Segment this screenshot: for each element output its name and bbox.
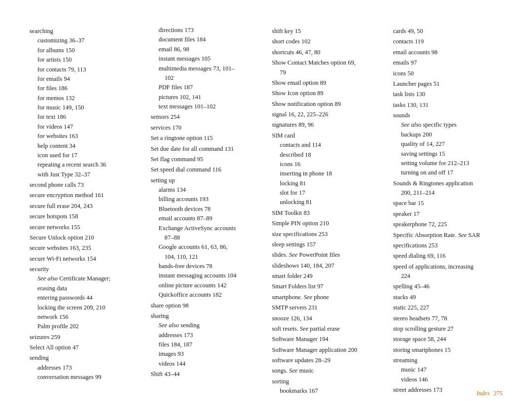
index-entry: billing accounts 193	[151, 195, 260, 204]
index-entry: secure hotspots 158	[30, 212, 139, 221]
index-entry: for emails 94	[30, 74, 139, 84]
index-entry: Launcher pages 51	[393, 79, 502, 89]
index-entry: slot for 17	[272, 188, 381, 198]
index-entry: 79	[272, 68, 381, 77]
content-columns: searchingcustomizing 36–37for albums 150…	[30, 26, 502, 396]
index-entry: icon used for 17	[30, 151, 139, 160]
index-entry: Simple PIN option 210	[272, 219, 381, 228]
index-entry: stacks 49	[393, 293, 502, 302]
index-entry: setting volume for 212–213	[393, 159, 502, 168]
index-entry: secure websites 163, 235	[30, 243, 139, 253]
index-entry: described 18	[272, 150, 381, 160]
index-entry: SIM card	[272, 131, 381, 140]
index-entry: contacts and 114	[272, 140, 381, 150]
column-col3: shift key 15short codes 102shortcuts 46,…	[272, 26, 381, 396]
index-entry: saving settings 15	[393, 149, 502, 159]
index-entry: Smart Folders list 97	[272, 282, 381, 291]
index-entry: signatures 89, 96	[272, 120, 381, 130]
index-entry: instant messaging accounts 104	[151, 271, 260, 280]
index-entry: for text 186	[30, 112, 139, 122]
index-entry: speed of applications, increasing	[393, 262, 502, 272]
index-entry: videos 146	[393, 375, 502, 384]
index-entry: second phone calls 73	[30, 180, 139, 190]
index-entry: entering passwords 44	[30, 293, 139, 303]
index-entry: turning on and off 17	[393, 168, 502, 177]
index-entry: tasks 130, 131	[393, 101, 502, 110]
index-entry: inserting in phone 18	[272, 169, 381, 178]
index-entry: Select All option 47	[30, 343, 139, 352]
index-entry: Software Manager 194	[272, 335, 381, 344]
index-entry: Quickoffice accounts 182	[151, 290, 260, 300]
index-entry: Secure Unlock option 210	[30, 233, 139, 242]
index-entry: share option 98	[151, 301, 260, 310]
index-entry: email accounts 98	[393, 48, 502, 57]
index-entry: size specifications 253	[272, 230, 381, 239]
index-entry: pictures 102, 141	[151, 93, 260, 102]
index-entry: software updates 28–29	[272, 356, 381, 365]
index-entry: addresses 173	[151, 331, 260, 340]
index-entry: with Just Type 32–37	[30, 170, 139, 179]
index-entry: Sounds & Ringtones application	[393, 179, 502, 188]
index-entry: speaker 17	[393, 209, 502, 219]
index-entry: for videos 147	[30, 122, 139, 132]
index-entry: sorting	[272, 377, 381, 386]
index-entry: snooze 126, 134	[272, 314, 381, 323]
index-entry: bookmarks 167	[272, 386, 381, 396]
index-entry: text messages 101–102	[151, 102, 260, 111]
index-entry: specifications 253	[393, 241, 502, 250]
index-entry: soft resets. See partial erase	[272, 324, 381, 334]
index-entry: smart folder 249	[272, 272, 381, 281]
index-entry: help content 34	[30, 141, 139, 151]
index-entry: space bar 15	[393, 199, 502, 208]
index-entry: Palm profile 202	[30, 322, 139, 331]
index-entry: backups 200	[393, 130, 502, 139]
index-entry: sleep settings 157	[272, 240, 381, 249]
index-entry: emails 97	[393, 58, 502, 68]
index-entry: See also Certificate Manager;	[30, 274, 139, 283]
index-entry: Show Icon option 89	[272, 89, 381, 98]
index-entry: 224	[393, 272, 502, 281]
index-entry: addresses 173	[30, 363, 139, 373]
index-entry: smartphone. See phone	[272, 293, 381, 302]
index-entry: sending	[30, 353, 139, 363]
column-col2: directions 173document files 184email 86…	[151, 26, 260, 379]
index-entry: Show email option 89	[272, 78, 381, 88]
index-entry: icons 16	[272, 160, 381, 169]
index-entry: searching	[30, 27, 139, 36]
index-entry: contacts 119	[393, 37, 502, 46]
footer-index-label: Index	[476, 390, 490, 397]
index-entry: files 184, 187	[151, 340, 260, 349]
index-entry: sharing	[151, 311, 260, 321]
index-entry: secure networks 155	[30, 223, 139, 232]
index-entry: sensors 254	[151, 112, 260, 122]
index-entry: See also sending	[151, 321, 260, 330]
index-entry: videos 144	[151, 359, 260, 369]
index-entry: seizures 259	[30, 333, 139, 342]
index-entry: setting up	[151, 176, 260, 185]
index-entry: static 225, 227	[393, 303, 502, 312]
index-entry: locking the screen 209, 210	[30, 303, 139, 312]
index-entry: unlocking 81	[272, 198, 381, 207]
index-entry: Software Manager application 200	[272, 345, 381, 355]
index-entry: for websites 163	[30, 132, 139, 141]
column-col1: searchingcustomizing 36–37for albums 150…	[30, 26, 139, 382]
index-entry: icons 50	[393, 69, 502, 78]
index-entry: sounds	[393, 111, 502, 120]
index-entry: Specific Absorption Rate. See SAR	[393, 231, 502, 240]
index-entry: slides. See PowerPoint files	[272, 250, 381, 260]
index-entry: Set a ringtone option 115	[151, 134, 260, 143]
index-entry: security	[30, 265, 139, 274]
column-col4: cards 49, 50contacts 119email accounts 9…	[393, 26, 502, 395]
index-entry: online picture accounts 142	[151, 281, 260, 290]
index-entry: multimedia messages 73, 101–	[151, 64, 260, 73]
index-entry: stop scrolling gesture 27	[393, 324, 502, 334]
index-entry: PDF files 187	[151, 83, 260, 92]
index-entry: 104, 110, 121	[151, 252, 260, 262]
index-entry: cards 49, 50	[393, 27, 502, 36]
index-entry: for files 186	[30, 84, 139, 93]
index-entry: hands-free devices 78	[151, 262, 260, 271]
index-entry: Show notification option 89	[272, 100, 381, 109]
index-entry: instant messages 105	[151, 54, 260, 64]
index-entry: Exchange ActiveSync accounts	[151, 224, 260, 233]
index-entry: conversation messages 99	[30, 373, 139, 382]
